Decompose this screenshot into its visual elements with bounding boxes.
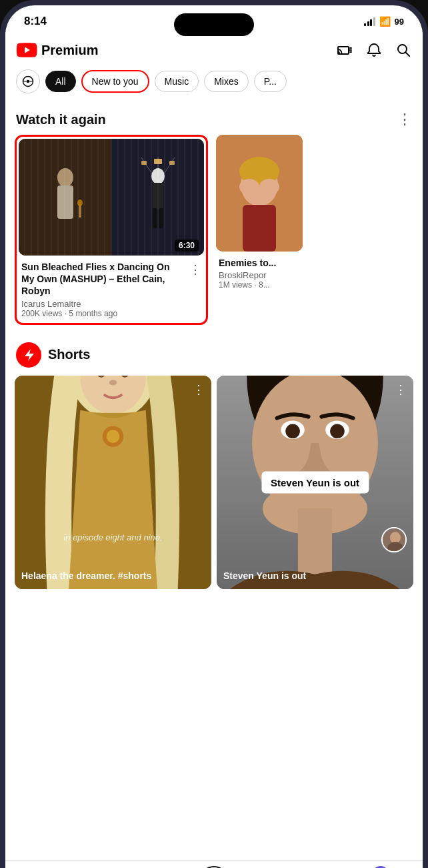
shorts-grid: ⋮ in episode eight and nine, Helaena the… [5, 376, 423, 589]
watch-again-section: Watch it again ⋮ [5, 100, 423, 329]
app-header: Premium [5, 32, 423, 65]
shorts-header: Shorts [5, 336, 423, 376]
partial-video-details: Enemies to... BroskiRepor 1M views · 8..… [219, 257, 300, 290]
tab-new-to-you[interactable]: New to you [81, 70, 149, 93]
short-2-title: Steven Yeun is out [223, 570, 407, 582]
short-card-2[interactable]: ⋮ Steven Yeun is out Steven Yeun is out [217, 376, 413, 589]
watch-again-title: Watch it again [16, 112, 106, 127]
partial-video-card[interactable]: Enemies to... BroskiRepor 1M views · 8..… [216, 135, 303, 325]
video-title: Sun Bleached Flies x Dancing On My Own (… [21, 261, 184, 298]
short-2-avatar [381, 527, 407, 552]
battery-level: 99 [395, 17, 404, 27]
signal-icon [364, 17, 375, 26]
video-menu-button[interactable]: ⋮ [189, 261, 201, 278]
cast-button[interactable] [336, 41, 353, 59]
svg-point-48 [330, 424, 345, 438]
duration-badge: 6:30 [175, 240, 199, 252]
category-tabs: All New to you Music Mixes P... [5, 65, 423, 100]
wifi-icon: 📶 [379, 16, 391, 27]
short-card-1[interactable]: ⋮ in episode eight and nine, Helaena the… [15, 376, 211, 589]
partial-video-info: Enemies to... BroskiRepor 1M views · 8..… [216, 252, 303, 292]
video-meta: 200K views · 5 months ago [21, 309, 184, 318]
short-2-menu-button[interactable]: ⋮ [395, 382, 407, 397]
svg-line-5 [406, 53, 410, 57]
tab-music[interactable]: Music [155, 71, 199, 92]
status-time: 8:14 [24, 15, 47, 28]
partial-video-title: Enemies to... [219, 257, 300, 269]
videos-row: 6:30 Sun Bleached Flies x Dancing On My … [5, 135, 423, 325]
short-1-thumbnail [15, 376, 211, 589]
phone-frame: 8:14 📶 99 Premium [0, 0, 428, 868]
youtube-logo [16, 43, 37, 57]
status-icons: 📶 99 [364, 16, 404, 27]
tab-all[interactable]: All [45, 71, 76, 92]
shorts-section: Shorts [5, 329, 423, 593]
logo-area: Premium [16, 43, 99, 58]
search-button[interactable] [395, 41, 412, 59]
featured-video-card[interactable]: 6:30 Sun Bleached Flies x Dancing On My … [15, 135, 208, 325]
tab-mixes[interactable]: Mixes [204, 71, 249, 92]
svg-point-47 [285, 424, 300, 438]
watch-again-header: Watch it again ⋮ [5, 107, 423, 135]
video-details: Sun Bleached Flies x Dancing On My Own (… [21, 261, 184, 318]
watch-again-more-button[interactable]: ⋮ [397, 111, 412, 128]
video-channel: Icarus Lemaitre [21, 299, 184, 309]
app-name: Premium [41, 43, 99, 58]
video-info: Sun Bleached Flies x Dancing On My Own (… [19, 256, 204, 321]
thumb-right-scene [111, 139, 204, 256]
notification-button[interactable] [365, 41, 383, 59]
partial-video-channel: BroskiRepor [219, 270, 300, 280]
tab-explore[interactable] [16, 69, 40, 93]
short-2-avatar-image [383, 528, 405, 551]
shorts-logo-icon [16, 342, 41, 368]
svg-point-38 [109, 380, 117, 385]
svg-rect-30 [216, 135, 303, 252]
app-content: Premium [5, 32, 423, 860]
svg-point-7 [27, 80, 30, 83]
short-1-overlay-text: in episode eight and nine, [21, 532, 205, 542]
short-1-title: Helaena the dreamer. #shorts [21, 570, 205, 582]
shorts-title: Shorts [48, 347, 90, 362]
partial-thumbnail [216, 135, 303, 252]
bottom-nav: Home Shorts + Subscriptions [5, 860, 423, 868]
battery-indicator: 99 [395, 17, 404, 27]
short-1-menu-button[interactable]: ⋮ [193, 382, 205, 397]
svg-point-40 [107, 430, 120, 443]
video-thumbnail: 6:30 [19, 139, 204, 256]
partial-video-meta: 1M views · 8... [219, 280, 300, 290]
tab-more[interactable]: P... [254, 71, 287, 92]
short-2-banner: Steven Yeun is out [261, 471, 369, 493]
dynamic-island [174, 13, 254, 36]
svg-rect-50 [298, 508, 332, 574]
header-icons [336, 41, 412, 59]
